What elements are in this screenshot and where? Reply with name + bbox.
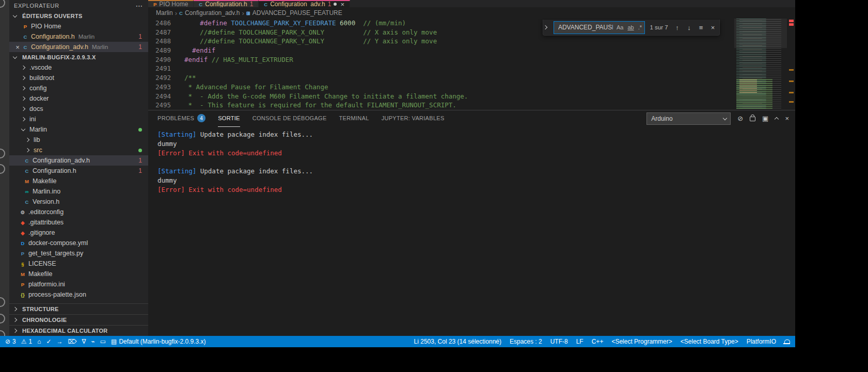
tree-item-configuration-adv-h[interactable]: CConfiguration_adv.h1 <box>9 155 148 166</box>
lock-scroll-button[interactable] <box>750 116 755 121</box>
status-pio-terminal[interactable]: ▭ <box>100 338 106 345</box>
status-warnings[interactable]: ⚠1 <box>21 338 32 345</box>
tree-item-src[interactable]: src <box>9 145 148 155</box>
code-line[interactable]: 2495 * - This feature is required for th… <box>148 101 795 110</box>
close-icon[interactable]: × <box>13 43 22 51</box>
section-open-editors[interactable]: ÉDITEURS OUVERTS <box>9 11 148 21</box>
breadcrumb-item-marlin[interactable]: Marlin <box>156 9 173 17</box>
status-select-board-type[interactable]: <Select Board Type> <box>681 338 738 345</box>
code-line[interactable]: 2494 * - Adds the G-code M600 Filament C… <box>148 92 795 101</box>
status-platformio-home[interactable]: PlatformIO <box>747 338 776 345</box>
open-editor-pio-home[interactable]: PPIO Home <box>9 21 148 31</box>
find-in-selection-button[interactable]: ≡ <box>697 24 705 31</box>
status-indentation[interactable]: Espaces : 2 <box>510 338 542 345</box>
activity-bar-icon[interactable] <box>0 297 5 307</box>
tree-item-process-palette-json[interactable]: {}process-palette.json <box>9 289 148 300</box>
status-cursor-position[interactable]: Li 2503, Col 23 (14 sélectionné) <box>414 338 501 345</box>
section-chronologie[interactable]: CHRONOLOGIE <box>9 314 148 325</box>
panel-tab-console-de-d-bogage[interactable]: CONSOLE DE DÉBOGAGE <box>252 110 327 127</box>
status-pio-serial-monitor[interactable]: ⌁ <box>91 338 95 345</box>
close-icon[interactable]: × <box>340 1 344 8</box>
output-area[interactable]: [Starting] Update package index files...… <box>148 126 795 336</box>
tree-item-lib[interactable]: lib <box>9 135 148 145</box>
status-pio-clean[interactable]: ⌦ <box>68 338 77 345</box>
line-number[interactable]: 2491 <box>148 64 171 73</box>
tree-item-docker[interactable]: docker <box>9 93 148 104</box>
close-panel-button[interactable]: × <box>785 115 789 122</box>
code-line[interactable]: 2488 //#define TOOLCHANGE_PARK_Y_ONLY //… <box>148 37 795 46</box>
editor[interactable]: 2486 #define TOOLCHANGE_PARK_XY_FEEDRATE… <box>148 19 795 110</box>
match-case-toggle[interactable]: Aa <box>615 24 625 31</box>
tree-item-config[interactable]: config <box>9 83 148 93</box>
tab-configuration-adv-h[interactable]: CConfiguration_adv.h1× <box>259 0 350 7</box>
tree-item-platformio-ini[interactable]: Pplatformio.ini <box>9 279 148 289</box>
tree-item-configuration-h[interactable]: CConfiguration.h1 <box>9 166 148 176</box>
status-encoding[interactable]: UTF-8 <box>550 338 568 345</box>
status-pio-upload[interactable]: → <box>57 338 63 345</box>
status-errors[interactable]: ⊘3 <box>5 338 16 345</box>
section-structure[interactable]: STRUCTURE <box>9 303 148 314</box>
status-language-mode[interactable]: C++ <box>592 338 604 345</box>
tree-item-license[interactable]: §LICENSE <box>9 258 148 269</box>
status-pio-test[interactable]: ∇ <box>82 338 86 345</box>
section-project[interactable]: MARLIN-BUGFIX-2.0.9.3.X <box>9 52 148 62</box>
maximize-panel-button[interactable] <box>775 115 778 122</box>
tree-item-docker-compose-yml[interactable]: Ddocker-compose.yml <box>9 238 148 248</box>
next-match-button[interactable]: ↓ <box>685 24 693 31</box>
tree-item-ini[interactable]: ini <box>9 114 148 124</box>
activity-bar-icon[interactable] <box>0 330 5 336</box>
line-number[interactable]: 2486 <box>148 19 171 28</box>
tab-pio-home[interactable]: PPIO Home <box>148 0 194 7</box>
tree-item-vscode[interactable]: .vscode <box>9 62 148 73</box>
tree-item-get-test-targets-py[interactable]: Pget_test_targets.py <box>9 248 148 258</box>
minimap-slider[interactable] <box>734 19 787 48</box>
previous-match-button[interactable]: ↑ <box>673 24 682 31</box>
line-number[interactable]: 2490 <box>148 55 171 64</box>
section-hexadecimal-calculator[interactable]: HEXADECIMAL CALCULATOR <box>9 325 148 336</box>
activity-bar-icon[interactable] <box>0 0 5 8</box>
output-channel-select[interactable]: Arduino <box>646 112 731 125</box>
tree-item-gitattributes[interactable]: ◆.gitattributes <box>9 217 148 228</box>
more-actions-button[interactable]: ⋯ <box>135 2 143 10</box>
line-number[interactable]: 2489 <box>148 46 171 55</box>
close-find-widget-button[interactable]: × <box>708 24 717 31</box>
code-line[interactable]: 2492/** <box>148 73 795 83</box>
line-number[interactable]: 2494 <box>148 92 171 101</box>
activity-bar-icon[interactable] <box>0 164 5 174</box>
status-select-programmer[interactable]: <Select Programmer> <box>611 338 672 345</box>
tree-item-docs[interactable]: docs <box>9 104 148 114</box>
code-line[interactable]: 2491 <box>148 64 795 73</box>
activity-bar-icon[interactable] <box>0 314 5 324</box>
tree-item-marlin[interactable]: Marlin <box>9 124 148 135</box>
line-number[interactable]: 2488 <box>148 37 171 46</box>
status-pio-build[interactable]: ✓ <box>46 338 51 345</box>
tree-item-makefile[interactable]: MMakefile <box>9 269 148 279</box>
line-number[interactable]: 2492 <box>148 73 171 83</box>
line-number[interactable]: 2493 <box>148 83 171 92</box>
tree-item-buildroot[interactable]: buildroot <box>9 73 148 83</box>
status-notifications[interactable] <box>784 339 790 344</box>
breadcrumb-item-configuration-adv-h[interactable]: CConfiguration_adv.h <box>179 9 240 17</box>
open-editor-configuration-adv-h[interactable]: ×CConfiguration_adv.hMarlin1 <box>9 42 148 52</box>
code-line[interactable]: 2489 #endif <box>148 46 795 55</box>
tree-item-gitignore[interactable]: ◆.gitignore <box>9 228 148 238</box>
line-number[interactable]: 2487 <box>148 28 171 37</box>
tree-item-editorconfig[interactable]: ⚙.editorconfig <box>9 207 148 217</box>
find-input[interactable] <box>557 23 614 31</box>
tree-item-marlin-ino[interactable]: ∞Marlin.ino <box>9 186 148 197</box>
open-editor-configuration-h[interactable]: CConfiguration.hMarlin1 <box>9 31 148 42</box>
status-pio-home[interactable]: ⌂ <box>37 338 41 345</box>
toggle-replace-button[interactable] <box>543 20 550 35</box>
regex-toggle[interactable]: .* <box>637 24 643 31</box>
panel-tab-jupyter-variables[interactable]: JUPYTER: VARIABLES <box>382 110 445 127</box>
activity-bar-icon[interactable] <box>0 149 5 158</box>
tree-item-makefile[interactable]: MMakefile <box>9 176 148 186</box>
breadcrumb-item-advanced-pause-feature[interactable]: ⊞ADVANCED_PAUSE_FEATURE <box>246 9 342 17</box>
whole-word-toggle[interactable]: ab <box>626 24 635 31</box>
clear-output-button[interactable]: ⊘ <box>737 115 743 122</box>
panel-tab-terminal[interactable]: TERMINAL <box>339 110 369 127</box>
panel-tab-sortie[interactable]: SORTIE <box>218 110 240 127</box>
status-eol-sequence[interactable]: LF <box>576 338 583 345</box>
status-project-environment[interactable]: ▤Default (Marlin-bugfix-2.0.9.3.x) <box>111 338 206 345</box>
code-line[interactable]: 2490#endif // HAS_MULTI_EXTRUDER <box>148 55 795 64</box>
